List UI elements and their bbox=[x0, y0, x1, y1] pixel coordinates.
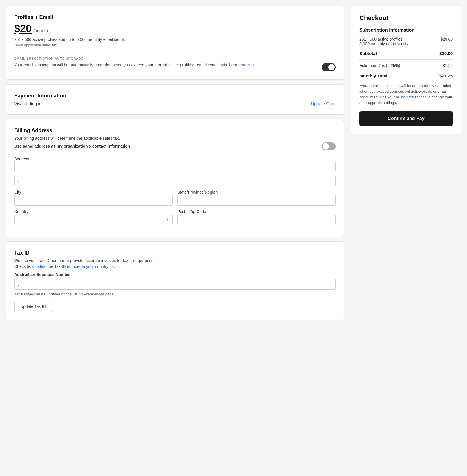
checkout-divider bbox=[359, 59, 453, 60]
checkout-subtotal-row: Subtotal $20.00 bbox=[359, 48, 453, 56]
country-field-group: Country ▼ bbox=[14, 209, 173, 225]
billing-title: Billing Address bbox=[14, 128, 336, 134]
tax-value: $1.25 bbox=[443, 63, 453, 68]
payment-info-card: Payment Information Visa ending in Updat… bbox=[6, 84, 344, 115]
postal-label: Postal/Zip Code bbox=[177, 209, 206, 214]
same-address-label: Use same address as my organization's co… bbox=[14, 144, 130, 148]
visa-label: Visa ending in bbox=[14, 101, 41, 106]
state-field-group: State/Province/Region bbox=[177, 190, 336, 206]
postal-input[interactable] bbox=[177, 214, 336, 225]
checkout-total-row: Monthly Total $21.25 bbox=[359, 70, 453, 78]
same-address-row: Use same address as my organization's co… bbox=[14, 142, 336, 150]
city-state-row: City State/Province/Region bbox=[14, 190, 336, 206]
price-period: / month bbox=[33, 28, 48, 33]
confirm-pay-button[interactable]: Confirm and Pay bbox=[359, 111, 453, 126]
address2-input[interactable] bbox=[14, 175, 336, 186]
update-card-link[interactable]: Update Card bbox=[311, 101, 336, 106]
checkout-line2-label: 5,000 monthly email sends bbox=[359, 41, 408, 46]
subscription-info-title: Subscription Information bbox=[359, 28, 453, 33]
price-amount: $20 bbox=[14, 23, 32, 35]
address-field-group: Address bbox=[14, 156, 336, 186]
tax-title: Tax ID bbox=[14, 250, 336, 256]
city-label: City bbox=[14, 190, 21, 195]
tax-id-how-to-link[interactable]: how to find the Tax ID number in your co… bbox=[27, 264, 114, 269]
tax-id-input[interactable] bbox=[14, 279, 336, 290]
auto-upgrade-text: Your email subscription will be automati… bbox=[14, 63, 317, 67]
checkout-panel: Checkout Subscription Information 251 - … bbox=[351, 6, 461, 134]
tax-label: Estimated Tax (6.25%) bbox=[359, 63, 400, 68]
price-description: 251 - 500 active profiles and up to 5,00… bbox=[14, 37, 336, 42]
checkout-line1-value: $20.00 bbox=[440, 37, 453, 41]
checkout-line1-label: 251 - 500 active profiles bbox=[359, 37, 408, 41]
address-label: Address bbox=[14, 157, 29, 161]
total-value: $21.25 bbox=[439, 73, 453, 78]
checkout-note: *Your email subscription will be automat… bbox=[359, 83, 453, 106]
payment-title: Payment Information bbox=[14, 93, 336, 99]
tax-field-label: Austrailian Business Number bbox=[14, 272, 336, 277]
profiles-email-card: Profiles + Email $20 / month 251 - 500 a… bbox=[6, 6, 344, 80]
price-note: *Plus applicable sales tax bbox=[14, 43, 336, 47]
checkout-line-labels: 251 - 500 active profiles 5,000 monthly … bbox=[359, 37, 408, 46]
external-link-icon-tax: ↗ bbox=[110, 265, 113, 269]
country-select-wrapper: ▼ bbox=[14, 214, 173, 225]
payment-row: Visa ending in Update Card bbox=[14, 101, 336, 106]
country-label: Country bbox=[14, 209, 28, 214]
state-label: State/Province/Region bbox=[177, 190, 218, 195]
update-tax-button[interactable]: Update Tax ID bbox=[14, 301, 52, 312]
country-postal-row: Country ▼ Postal/Zip Code bbox=[14, 209, 336, 225]
tax-helper-text: Tax ID type can be updated on the Billin… bbox=[14, 292, 336, 296]
auto-upgrade-label: EMAIL SUBSCRIPTION AUTO UPGRADE bbox=[14, 57, 336, 60]
same-address-slider bbox=[322, 142, 336, 150]
postal-field-group: Postal/Zip Code bbox=[177, 209, 336, 225]
tax-id-card: Tax ID We use your Tax ID number to prov… bbox=[6, 241, 344, 320]
city-input[interactable] bbox=[14, 195, 173, 206]
profiles-title: Profiles + Email bbox=[14, 14, 336, 20]
billing-preferences-link[interactable]: billing preferences bbox=[396, 95, 427, 99]
subtotal-label: Subtotal bbox=[359, 51, 377, 56]
address-input[interactable] bbox=[14, 161, 336, 172]
country-select[interactable] bbox=[14, 214, 173, 225]
external-link-icon: ↗ bbox=[252, 63, 254, 67]
learn-more-link[interactable]: Learn more ↗ bbox=[229, 63, 254, 67]
card-divider bbox=[14, 52, 336, 52]
city-field-group: City bbox=[14, 190, 173, 206]
checkout-line1: 251 - 500 active profiles 5,000 monthly … bbox=[359, 37, 453, 46]
same-address-toggle[interactable] bbox=[322, 142, 336, 150]
checkout-title: Checkout bbox=[359, 14, 453, 22]
subtotal-value: $20.00 bbox=[439, 51, 453, 56]
toggle-slider bbox=[322, 63, 336, 71]
tax-check-row: Check how to find the Tax ID number in y… bbox=[14, 264, 336, 269]
checkout-tax-row: Estimated Tax (6.25%) $1.25 bbox=[359, 63, 453, 68]
auto-upgrade-toggle[interactable] bbox=[322, 63, 336, 71]
tax-description: We use your Tax ID number to provide acc… bbox=[14, 258, 336, 263]
total-label: Monthly Total bbox=[359, 73, 387, 78]
billing-description: Your billing address will determine the … bbox=[14, 136, 336, 141]
state-input[interactable] bbox=[177, 195, 336, 206]
billing-address-card: Billing Address Your billing address wil… bbox=[6, 119, 344, 237]
